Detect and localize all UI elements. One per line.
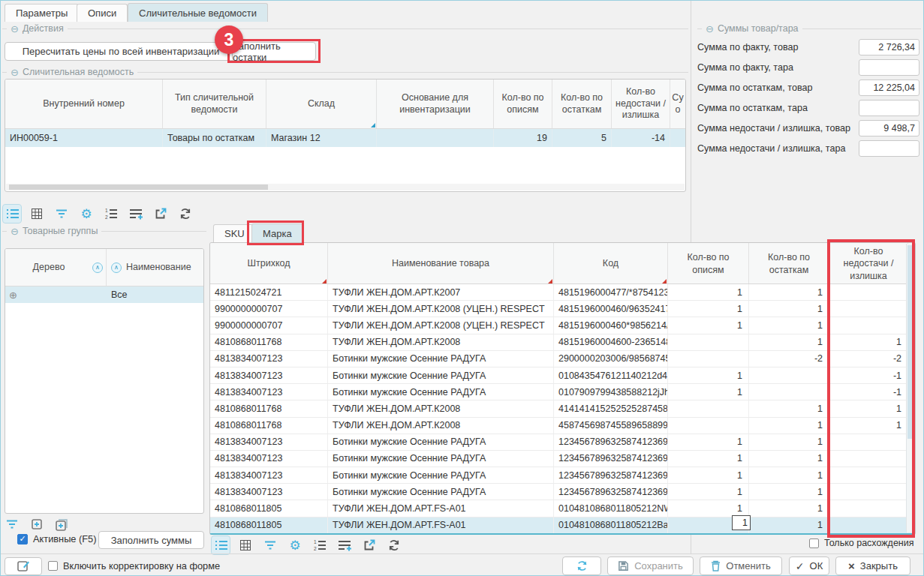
numbered-list-icon[interactable]: 12 (311, 536, 329, 554)
column-header[interactable]: Кол-во недостачи / излишка (612, 80, 670, 128)
table-row[interactable]: 4813834007123Ботинки мужские Осенние РАД… (210, 451, 915, 467)
table-row[interactable]: 4813834007123Ботинки мужские Осенние РАД… (210, 384, 915, 400)
refresh-button[interactable] (562, 556, 601, 575)
column-header[interactable]: Кол-во по остаткам (749, 243, 829, 284)
sum-field-input[interactable]: 2 726,34 (859, 39, 919, 56)
column-header[interactable]: Кол-во по описям (494, 80, 552, 128)
only-discrepancies-checkbox[interactable] (809, 538, 819, 548)
table-row[interactable]: 4813834007123Ботинки мужские Осенние РАД… (210, 484, 915, 500)
table-row[interactable]: 4813834007123Ботинки мужские Осенние РАД… (210, 434, 915, 451)
fill-sums-button[interactable]: Заполнить суммы (98, 531, 204, 549)
filter-icon[interactable] (53, 205, 71, 223)
sum-field-input[interactable] (859, 100, 919, 116)
save-button[interactable]: Сохранить (607, 556, 694, 575)
column-header[interactable]: Тип сличительной ведомости (163, 80, 266, 128)
table-row[interactable]: 4813834007123Ботинки мужские Осенние РАД… (210, 467, 915, 484)
cell: ТУФЛИ ЖЕН.ДОМ.АРТ.К2008 (328, 334, 554, 350)
tab-comparison-statements[interactable]: Сличительные ведомости (128, 3, 268, 22)
collapse-icon[interactable]: ⊖ (11, 24, 19, 34)
statement-row[interactable]: ИН00059-1 Товары по остаткам Магазин 12 … (5, 129, 685, 147)
column-header[interactable]: Кол-во недостачи / излишка (829, 243, 908, 284)
tab-marka[interactable]: Марка (251, 224, 303, 242)
cell: 1 (668, 434, 749, 450)
cell: 1 (668, 317, 749, 333)
table-row[interactable]: 4810868011768ТУФЛИ ЖЕН.ДОМ.АРТ.К20084141… (210, 400, 915, 417)
table-row[interactable]: 4810868011805ТУФЛИ ЖЕН.ДОМ.АРТ.FS-A01010… (210, 500, 915, 517)
edit-form-button[interactable] (5, 557, 42, 575)
filter-icon[interactable] (3, 515, 21, 533)
add-rows-icon[interactable] (127, 205, 145, 223)
column-header[interactable]: Основание для инвентаризации (377, 80, 494, 128)
table-row[interactable]: 4810868011805ТУФЛИ ЖЕН.ДОМ.АРТ.FS-A01010… (210, 518, 915, 534)
column-header[interactable]: Кол-во по описям (668, 243, 749, 284)
table-row[interactable]: 4813834007123Ботинки мужские Осенние РАД… (210, 351, 915, 368)
correction-checkbox[interactable] (48, 561, 58, 571)
add-rows-icon[interactable] (336, 536, 354, 554)
table-row[interactable]: 9900000000707ТУФЛИ ЖЕН.ДОМ.АРТ.К2008 (УЦ… (210, 317, 915, 334)
cell: 414141415252525287458 (554, 400, 668, 416)
ok-button[interactable]: ✓ ОК (789, 556, 829, 575)
column-header[interactable]: Внутренний номер (5, 80, 163, 128)
active-filter: Активные (F5) (17, 533, 96, 544)
column-header[interactable]: Кол-во по остаткам (552, 80, 612, 128)
cancel-button[interactable]: Отменить (700, 556, 782, 575)
filter-icon[interactable] (261, 536, 279, 554)
active-checkbox[interactable] (17, 534, 28, 544)
list-view-icon[interactable] (3, 205, 21, 223)
expand-node-icon[interactable] (28, 515, 46, 533)
grid-view-icon[interactable] (28, 205, 46, 223)
table-row[interactable]: 4813834007123Ботинки мужские Осенние РАД… (210, 368, 915, 384)
column-header[interactable]: Код (554, 243, 668, 284)
scrollbar-thumb[interactable] (9, 184, 268, 190)
close-button[interactable]: × Закрыть (835, 556, 910, 575)
cell (829, 484, 908, 500)
cell: Ботинки мужские Осенние РАДУГА (328, 484, 554, 500)
column-header[interactable]: Дерево (5, 262, 92, 274)
collapse-icon[interactable]: ⊖ (706, 24, 714, 34)
cell: 0104810868011805212Ba (554, 518, 668, 533)
column-header[interactable]: Наименование (126, 262, 191, 274)
vertical-scrollbar[interactable] (906, 244, 914, 532)
collapse-icon[interactable]: ⊖ (11, 226, 19, 236)
refresh-icon[interactable] (385, 536, 403, 554)
horizontal-scrollbar[interactable] (6, 184, 685, 190)
grid-view-icon[interactable] (236, 536, 254, 554)
sort-up-icon[interactable]: ∧ (92, 262, 103, 273)
column-header[interactable]: Штрихкод (210, 243, 328, 284)
numbered-list-icon[interactable]: 12 (102, 205, 120, 223)
tree-row[interactable]: ⊕ Все (5, 286, 203, 303)
open-external-icon[interactable] (360, 536, 378, 554)
sum-field-input[interactable] (859, 140, 919, 157)
cell: 48151960004600-2365148 (554, 334, 668, 350)
settings-icon[interactable]: ⚙ (77, 205, 95, 223)
sums-group-title: Суммы товар/тара (718, 23, 799, 34)
sum-field-input[interactable] (859, 59, 919, 76)
table-row[interactable]: 9900000000707ТУФЛИ ЖЕН.ДОМ.АРТ.К2008 (УЦ… (210, 301, 915, 317)
expand-node-icon[interactable]: ⊕ (5, 290, 107, 301)
scrollbar-thumb[interactable] (907, 245, 913, 439)
collapse-icon[interactable]: ⊖ (11, 68, 19, 77)
table-row[interactable]: 4811215024721ТУФЛИ ЖЕН.ДОМ.АРТ.К20074815… (210, 284, 915, 301)
table-row[interactable]: 4810868011768ТУФЛИ ЖЕН.ДОМ.АРТ.К20084587… (210, 418, 915, 434)
cell-qty-lists: 19 (494, 129, 552, 147)
sum-field-input[interactable]: 9 498,7 (859, 120, 919, 136)
column-header[interactable]: Наименование товара (328, 243, 554, 284)
refresh-icon[interactable] (176, 205, 194, 223)
open-external-icon[interactable] (152, 205, 170, 223)
column-header[interactable]: Су о (670, 80, 685, 128)
cell: 4810868011768 (210, 334, 328, 350)
expand-all-icon[interactable] (53, 515, 71, 533)
column-header[interactable]: Склад (266, 80, 377, 128)
cell: ТУФЛИ ЖЕН.ДОМ.АРТ.FS-A01 (328, 500, 554, 516)
tab-parameters[interactable]: Параметры (5, 4, 79, 22)
cell-editor[interactable]: 1 (732, 515, 751, 530)
table-row[interactable]: 4810868011768ТУФЛИ ЖЕН.ДОМ.АРТ.К20084815… (210, 334, 915, 351)
sort-up-icon[interactable]: ∧ (111, 262, 122, 273)
tab-inventories[interactable]: Описи (77, 4, 128, 22)
recalc-prices-button[interactable]: Пересчитать цены по всей инвентаризации (5, 42, 237, 61)
sum-field-input[interactable]: 12 225,04 (859, 80, 919, 96)
list-view-icon[interactable] (212, 536, 230, 554)
fill-stock-button[interactable]: Заполнить остатки (232, 42, 316, 61)
tab-sku[interactable]: SKU (213, 224, 256, 242)
settings-icon[interactable]: ⚙ (286, 536, 304, 554)
